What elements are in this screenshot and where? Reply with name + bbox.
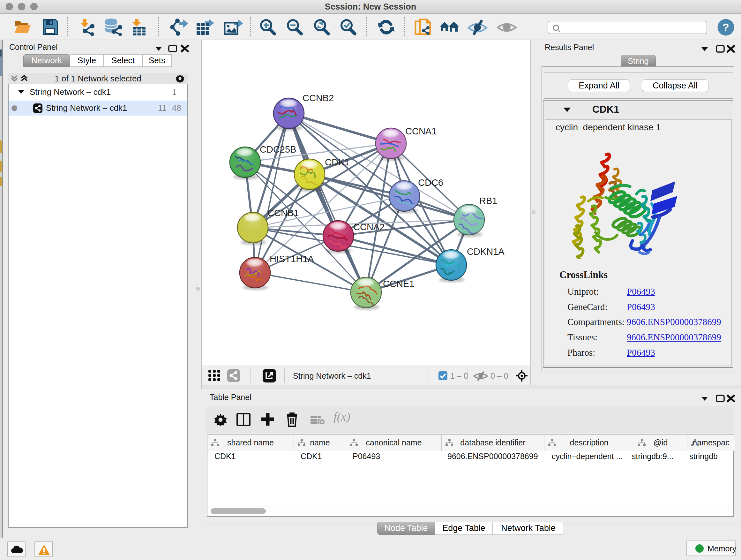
svg-text:CDC6: CDC6: [418, 178, 443, 188]
svg-text:RB1: RB1: [479, 196, 497, 206]
svg-text:CCNB2: CCNB2: [302, 93, 334, 103]
svg-text:CDC25B: CDC25B: [260, 144, 296, 154]
svg-text:CCNB1: CCNB1: [267, 208, 299, 218]
svg-text:CCNA2: CCNA2: [353, 222, 385, 232]
svg-text:?: ?: [723, 21, 729, 33]
svg-text:CDK1: CDK1: [325, 157, 349, 167]
svg-text:CCNE1: CCNE1: [383, 279, 414, 289]
svg-text:HIST1H1A: HIST1H1A: [270, 254, 314, 264]
svg-text:CCNA1: CCNA1: [405, 126, 436, 136]
svg-text:CDKN1A: CDKN1A: [467, 246, 504, 257]
